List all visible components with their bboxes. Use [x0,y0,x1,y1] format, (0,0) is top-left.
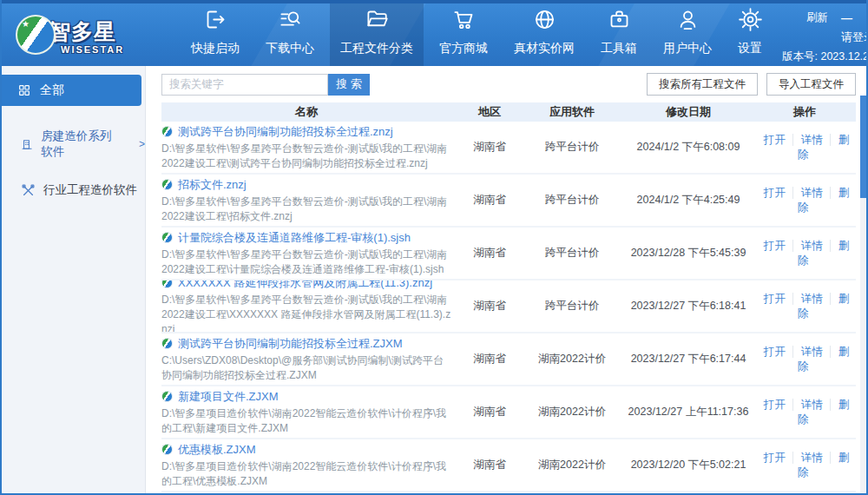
file-link[interactable]: 招标文件.znzj [161,177,451,192]
date-cell: 2023/12/27 上午11:17:36 [623,405,753,419]
toolbar: 搜 索 搜索所有工程文件 导入工程文件 [161,73,856,96]
file-name: 测试跨平台协同编制功能招投标全过程.ZJXM [178,336,403,351]
file-logo-icon [161,126,173,137]
nav-item-quick-launch[interactable]: 快捷启动 [181,3,250,66]
file-logo-icon [161,338,173,349]
sidebar-item-building-cost-series[interactable]: 房建造价系列软件 > [2,129,145,160]
sidebar-item-all[interactable]: 全部 [2,75,141,106]
software-cell: 跨平台计价 [521,140,623,155]
sidebar-item-label: 行业工程造价软件 [43,182,137,198]
window-controls: 刷新 — ✕ [806,10,866,25]
file-link[interactable]: 计量院综合楼及连通道路维修工程-审核(1).sjsh [161,230,451,245]
file-logo-icon [161,391,173,402]
nav-item-user-center[interactable]: 用户中心 [653,3,722,66]
nav-item-official-mall[interactable]: 官方商城 [429,3,498,66]
titlebar-right: 刷新 — ✕ 请登录 版本号: 2023.12.25 [773,3,866,66]
open-link[interactable]: 打开 [764,399,786,411]
detail-link[interactable]: 详情 [792,134,823,146]
open-link[interactable]: 打开 [764,293,786,305]
open-link[interactable]: 打开 [764,240,786,252]
nav-item-material-price-site[interactable]: 真材实价网 [503,3,585,66]
region-cell: 湖南省 [458,458,521,472]
file-logo-icon [161,179,173,190]
date-cell: 2024/1/2 下午4:25:49 [623,193,753,208]
region-cell: 湖南省 [458,140,521,155]
detail-link[interactable]: 详情 [792,240,823,252]
search-button[interactable]: 搜 索 [328,74,370,96]
date-cell: 2023/12/20 下午5:02:21 [623,458,753,472]
file-link[interactable]: 优惠模板.ZJXM [161,442,451,457]
login-link[interactable]: 请登录 [841,30,866,45]
nav-label: 官方商城 [439,41,488,56]
file-link[interactable]: XXXXXXX 路延伸段排水管网及附属工程(11.3).znzj [161,280,451,290]
main-area: 全部 房建造价系列软件 > 行业工程造价软件 搜 索 搜索所有工程文件 导入工程… [2,66,866,493]
nav-label: 下载中心 [266,41,314,56]
nav-label: 真材实价网 [514,41,575,56]
file-path: D:\智多星软件\智多星跨平台数智云造价-测试版\我的工程\湖南2022建设工程… [161,293,451,333]
date-cell: 2023/12/27 下午6:18:41 [623,299,753,314]
globe-icon [533,8,556,35]
file-link[interactable]: 新建项目文件.ZJXM [161,389,451,404]
star-glyph: ★ [22,19,30,29]
refresh-button[interactable]: 刷新 [806,10,828,25]
brand-logo-icon: ★ [16,15,56,55]
software-cell: 湖南2022计价 [521,405,623,419]
detail-link[interactable]: 详情 [792,293,823,305]
nav-item-settings[interactable]: 设置 [727,3,773,66]
open-link[interactable]: 打开 [764,134,786,146]
file-path: D:\智多星项目造价软件\湖南2022智能云造价软件\计价程序\我的工程\优惠模… [161,459,451,489]
detail-link[interactable]: 详情 [792,452,823,464]
table-row: 新建项目文件.ZJXM D:\智多星项目造价软件\湖南2022智能云造价软件\计… [161,386,856,439]
sidebar-item-label: 全部 [40,82,64,98]
region-cell: 湖南省 [458,405,521,419]
file-link[interactable]: 测试跨平台协同编制功能招投标全过程.ZJXM [161,336,451,351]
nav-item-download-center[interactable]: 下载中心 [255,3,325,66]
nav-label: 设置 [738,41,762,56]
nav-item-toolbox[interactable]: 工具箱 [590,3,648,66]
cart-icon [452,8,476,35]
nav-label: 快捷启动 [191,41,240,56]
scrollbar-thumb[interactable] [860,96,866,198]
minimize-button[interactable]: — [841,11,852,24]
region-cell: 湖南省 [458,246,521,261]
region-cell: 湖南省 [458,193,521,208]
nav-label: 工具箱 [601,41,637,56]
file-link[interactable]: 测试跨平台协同编制功能招投标全过程.znzj [161,124,451,139]
software-cell: 跨平台计价 [521,193,623,208]
column-region: 地区 [458,104,521,120]
open-link[interactable]: 打开 [764,346,786,358]
column-software: 应用软件 [521,104,623,120]
nav-item-project-file-category[interactable]: 工程文件分类 [330,3,424,66]
brand-subname: WISESTAR [61,44,124,55]
grid-icon [17,83,31,97]
search-input[interactable] [161,74,328,96]
detail-link[interactable]: 详情 [792,346,823,358]
file-path: C:\Users\ZDX08\Desktop\@服务部\测试协同编制\测试跨平台… [161,353,451,383]
file-logo-icon [161,444,173,455]
close-button[interactable]: ✕ [865,11,866,24]
table-row: 计量院综合楼及连通道路维修工程-审核(1).sjsh D:\智多星软件\智多星跨… [161,228,856,280]
table-row: 招标文件.znzj D:\智多星软件\智多星跨平台数智云造价-测试版\我的工程\… [161,175,856,228]
table-header: 名称 地区 应用软件 修改日期 操作 [161,102,856,122]
software-cell: 跨平台计价 [521,299,623,314]
detail-link[interactable]: 详情 [792,399,823,411]
search-all-files-button[interactable]: 搜索所有工程文件 [647,73,758,96]
open-link[interactable]: 打开 [764,187,786,199]
scrollbar[interactable] [860,96,866,493]
date-cell: 2024/1/2 下午6:08:09 [623,140,753,155]
tools-icon [21,183,36,198]
import-project-file-button[interactable]: 导入工程文件 [766,73,856,96]
open-link[interactable]: 打开 [764,452,786,464]
file-name: 新建项目文件.ZJXM [178,389,279,404]
table-row: 优惠模板.ZJXM D:\智多星项目造价软件\湖南2022智能云造价软件\计价程… [161,439,856,492]
column-date: 修改日期 [623,104,753,120]
file-name: 测试跨平台协同编制功能招投标全过程.znzj [178,124,393,139]
sidebar-item-industry-cost-software[interactable]: 行业工程造价软件 [2,182,145,198]
file-path: D:\智多星软件\智多星跨平台数智云造价-测试版\我的工程\湖南2022建设工程… [161,142,451,171]
launch-icon [204,8,227,35]
software-cell: 湖南2022计价 [521,458,623,472]
date-cell: 2023/12/28 下午5:45:39 [623,246,753,261]
detail-link[interactable]: 详情 [792,187,823,199]
building-icon [21,137,33,152]
file-path: D:\智多星软件\智多星跨平台数智云造价-测试版\我的工程\湖南2022建设工程… [161,195,451,224]
